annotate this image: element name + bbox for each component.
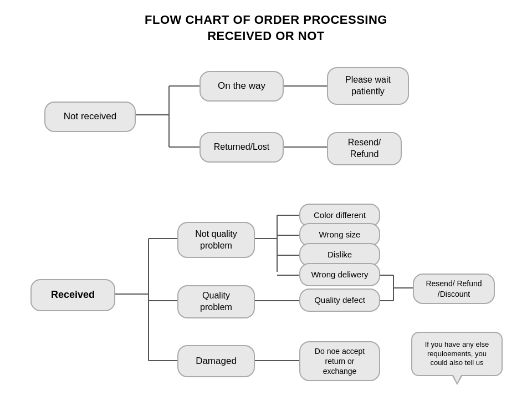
page-title: FLOW CHART OF ORDER PROCESSING RECEIVED … [0,0,532,49]
quality-problem-node: Quality problem [177,285,255,318]
resend-refund-top-node: Resend/ Refund [327,132,402,165]
wrong-delivery-node: Wrong deliwery [299,263,380,286]
returned-lost-node: Returned/Lost [200,132,284,163]
resend-refund-discount-node: Resend/ Refund /Discount [413,274,495,304]
received-node: Received [30,279,115,311]
speech-bubble-node: If you have any else requioements, you c… [411,332,503,376]
not-quality-problem-node: Not quality problem [177,222,255,258]
not-received-node: Not received [44,102,136,132]
do-not-accept-node: Do noe accept return or exchange [299,341,380,381]
quality-defect-node: Quality defect [299,288,380,312]
on-the-way-node: On the way [200,71,284,102]
please-wait-node: Please wait patiently [327,67,409,105]
damaged-node: Damaged [177,345,255,377]
